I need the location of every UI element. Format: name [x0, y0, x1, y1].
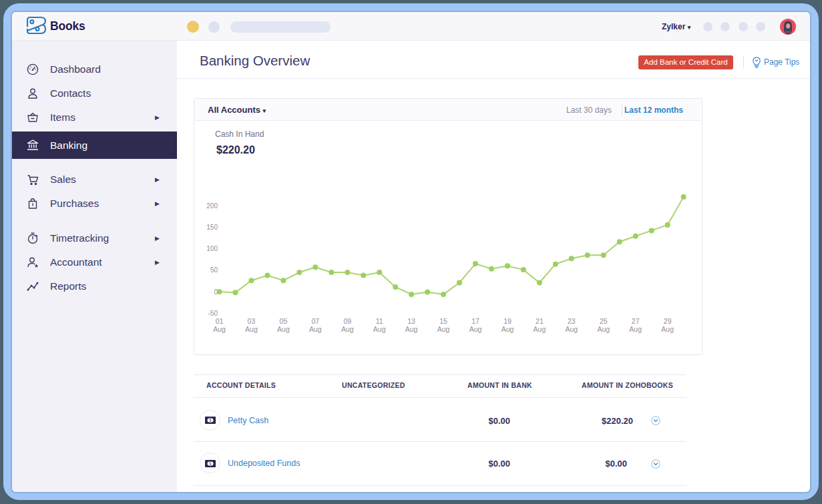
svg-text:13: 13 — [407, 317, 415, 325]
svg-text:29: 29 — [664, 317, 672, 325]
svg-text:21: 21 — [536, 317, 544, 325]
svg-text:Aug: Aug — [565, 325, 578, 333]
svg-text:Aug: Aug — [629, 325, 642, 333]
svg-text:Aug: Aug — [405, 325, 418, 333]
svg-text:23: 23 — [568, 317, 576, 325]
svg-text:100: 100 — [206, 245, 218, 252]
svg-text:17: 17 — [471, 317, 479, 325]
svg-text:09: 09 — [343, 317, 351, 325]
svg-text:200: 200 — [206, 202, 218, 210]
svg-text:01: 01 — [216, 317, 224, 325]
svg-text:Aug: Aug — [469, 325, 482, 333]
svg-text:Aug: Aug — [373, 325, 386, 333]
svg-text:Aug: Aug — [534, 325, 546, 333]
svg-text:150: 150 — [206, 224, 218, 231]
svg-text:-50: -50 — [208, 310, 218, 317]
svg-text:15: 15 — [439, 317, 447, 325]
svg-text:05: 05 — [280, 317, 288, 325]
svg-text:Aug: Aug — [341, 325, 354, 333]
svg-text:25: 25 — [600, 317, 608, 325]
svg-text:Aug: Aug — [245, 325, 258, 333]
svg-text:Aug: Aug — [597, 325, 610, 333]
svg-text:Aug: Aug — [437, 325, 450, 333]
svg-text:03: 03 — [248, 317, 256, 325]
svg-text:Aug: Aug — [661, 325, 674, 333]
svg-text:Aug: Aug — [309, 325, 322, 333]
svg-text:11: 11 — [376, 317, 383, 325]
svg-text:19: 19 — [503, 317, 511, 325]
svg-text:Aug: Aug — [213, 325, 226, 333]
svg-text:Aug: Aug — [277, 325, 290, 333]
svg-text:Aug: Aug — [501, 325, 514, 333]
svg-text:27: 27 — [632, 317, 640, 325]
svg-text:07: 07 — [311, 317, 319, 325]
svg-text:50: 50 — [210, 266, 218, 274]
